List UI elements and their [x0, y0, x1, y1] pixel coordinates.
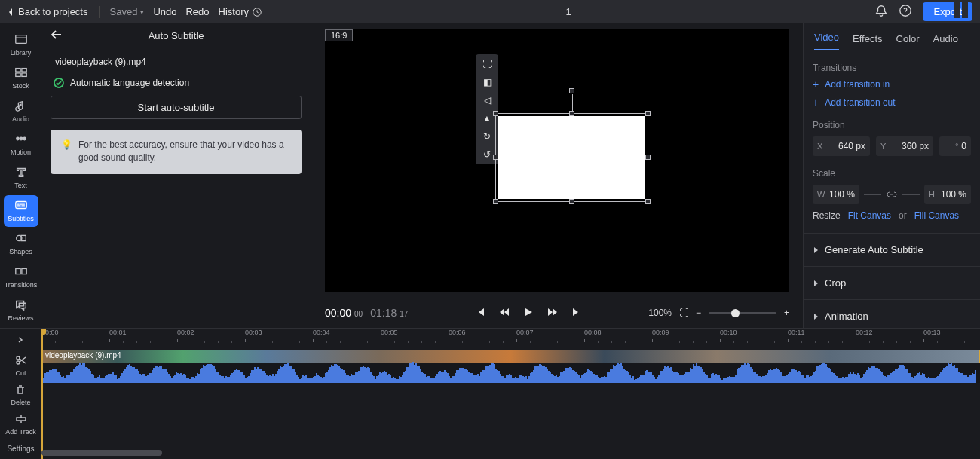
video-clip[interactable]: videoplayback (9).mp4: [41, 350, 980, 363]
handle[interactable]: [569, 111, 574, 116]
tool-audio[interactable]: Audio: [4, 96, 38, 127]
tool-text[interactable]: Text: [4, 162, 38, 194]
add-transition-out[interactable]: +Add transition out: [813, 97, 971, 108]
auto-language-row[interactable]: Automatic language detection: [51, 78, 302, 88]
end-bars[interactable]: [954, 0, 968, 18]
pos-y-input[interactable]: Y360 px: [876, 136, 933, 156]
position-label: Position: [813, 120, 971, 130]
rotate-ccw-icon[interactable]: ↺: [479, 148, 495, 161]
tool-shapes[interactable]: Shapes: [4, 228, 38, 260]
ruler-tick: 00:07: [516, 329, 534, 336]
tab-color[interactable]: Color: [896, 33, 920, 50]
pos-x-input[interactable]: X640 px: [813, 136, 870, 156]
canvas[interactable]: ⛶ ◧ ◁ ▲ ↻ ↺: [325, 29, 789, 292]
project-title[interactable]: 1: [262, 6, 874, 17]
auto-subtitle-panel: Auto Subtitle videoplayback (9).mp4 Auto…: [41, 23, 311, 328]
skip-start-icon[interactable]: [475, 307, 485, 320]
tab-video[interactable]: Video: [814, 32, 839, 50]
panel-back-icon[interactable]: [51, 29, 63, 42]
topbar: Back to projects Saved ▾ Undo Redo Histo…: [0, 0, 980, 23]
play-icon[interactable]: [523, 307, 534, 320]
forward-icon[interactable]: [547, 307, 558, 320]
tool-reviews[interactable]: Reviews: [4, 295, 38, 326]
zoom-in-icon[interactable]: +: [784, 308, 789, 318]
audio-track[interactable]: [41, 363, 980, 383]
zoom-slider[interactable]: [709, 312, 776, 314]
tab-effects[interactable]: Effects: [853, 33, 883, 50]
delete-button[interactable]: Delete: [11, 384, 30, 406]
svg-rect-3: [15, 69, 20, 72]
transport-bar: 00:0000 01:1817 100% ⛶ − +: [311, 298, 803, 328]
ruler-tick: 00:02: [177, 329, 194, 336]
flip-h-icon[interactable]: ◧: [479, 75, 495, 89]
add-track-button[interactable]: Add Track: [5, 414, 36, 436]
tool-subtitles[interactable]: Subtitles: [4, 195, 38, 227]
time-ruler[interactable]: 00:0000:0100:0200:0300:0400:0500:0600:07…: [41, 329, 980, 350]
ruler-tick: 00:01: [109, 329, 127, 336]
svg-rect-4: [21, 69, 26, 72]
crop-section[interactable]: Crop: [813, 267, 971, 299]
playhead[interactable]: [41, 329, 43, 459]
handle[interactable]: [645, 111, 651, 116]
zoom-knob[interactable]: [731, 309, 740, 317]
mirror-icon[interactable]: ▲: [479, 112, 495, 125]
aspect-badge[interactable]: 16:9: [325, 29, 353, 41]
separator: [99, 6, 100, 18]
fit-percent: 100%: [648, 308, 672, 318]
svg-point-9: [23, 137, 26, 140]
rotation-input[interactable]: °0: [939, 136, 971, 156]
undo-button[interactable]: Undo: [153, 6, 176, 17]
rewind-icon[interactable]: [499, 307, 510, 320]
timeline[interactable]: 00:0000:0100:0200:0300:0400:0500:0600:07…: [41, 329, 980, 459]
timeline-scrollbar[interactable]: [41, 450, 980, 456]
scale-h-input[interactable]: H100 %: [924, 185, 971, 204]
cut-button[interactable]: Cut: [15, 355, 27, 377]
ruler-tick: 00:05: [381, 329, 398, 336]
handle[interactable]: [645, 155, 651, 160]
skip-end-icon[interactable]: [571, 307, 582, 320]
handle[interactable]: [645, 199, 651, 204]
fullscreen-icon[interactable]: ⛶: [679, 308, 688, 318]
tool-stock[interactable]: Stock: [4, 63, 38, 94]
video-track[interactable]: videoplayback (9).mp4: [41, 350, 980, 363]
resize-row: Resize Fit Canvas or Fill Canvas: [813, 210, 971, 221]
start-auto-subtitle-button[interactable]: Start auto-subtitle: [51, 96, 302, 119]
scale-w-input[interactable]: W100 %: [813, 185, 859, 204]
tool-transitions[interactable]: Transitions: [4, 262, 38, 293]
expand-icon[interactable]: ⛶: [479, 57, 495, 71]
saved-status[interactable]: Saved ▾: [110, 6, 145, 17]
redo-button[interactable]: Redo: [185, 6, 209, 17]
handle[interactable]: [493, 199, 498, 204]
selection-frame[interactable]: [495, 113, 648, 202]
history-button[interactable]: History: [219, 6, 262, 17]
bell-icon[interactable]: [874, 4, 888, 20]
tab-audio[interactable]: Audio: [933, 33, 958, 50]
settings-link[interactable]: Settings: [7, 445, 34, 459]
generate-auto-subtitle[interactable]: Generate Auto Subtitle: [813, 234, 971, 266]
rotate-cw-icon[interactable]: ↻: [479, 130, 495, 143]
svg-point-7: [16, 137, 19, 140]
handle[interactable]: [493, 111, 498, 116]
tool-library[interactable]: Library: [4, 29, 38, 61]
svg-rect-10: [15, 202, 26, 209]
link-scale-icon[interactable]: [886, 191, 898, 198]
props-tabs: Video Effects Color Audio: [813, 23, 971, 50]
fit-canvas-link[interactable]: Fit Canvas: [848, 210, 891, 221]
svg-point-17: [17, 361, 20, 364]
rotate-handle[interactable]: [569, 88, 574, 93]
flip-v-icon[interactable]: ◁: [479, 93, 495, 107]
zoom-out-icon[interactable]: −: [696, 308, 701, 318]
back-to-projects[interactable]: Back to projects: [8, 6, 88, 17]
handle[interactable]: [569, 199, 574, 204]
scrollbar-thumb[interactable]: [41, 450, 162, 456]
preview[interactable]: 16:9 ⛶ ◧ ◁ ▲ ↻ ↺: [311, 23, 803, 298]
ruler-tick: 00:04: [313, 329, 330, 336]
handle[interactable]: [493, 155, 498, 160]
transport-buttons: [475, 307, 582, 320]
help-icon[interactable]: [899, 4, 912, 20]
fill-canvas-link[interactable]: Fill Canvas: [914, 210, 959, 221]
tool-motion[interactable]: Motion: [4, 129, 38, 161]
animation-section[interactable]: Animation: [813, 300, 971, 328]
timeline-expand[interactable]: [15, 335, 27, 347]
add-transition-in[interactable]: +Add transition in: [813, 79, 971, 90]
